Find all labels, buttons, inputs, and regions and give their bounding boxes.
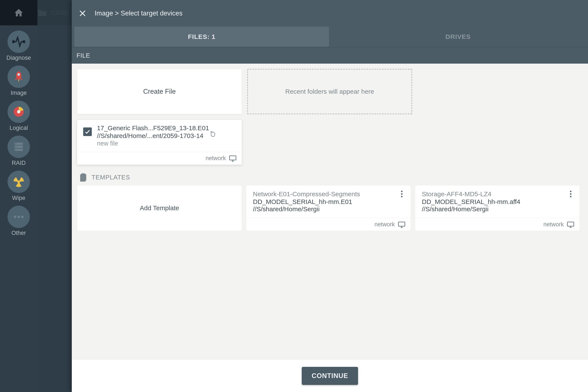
more-icon bbox=[13, 215, 24, 219]
file-name: 17_Generic Flash...F529E9_13-18.E01 bbox=[97, 124, 209, 132]
template-title: Storage-AFF4-MD5-LZ4 bbox=[422, 190, 573, 198]
activity-icon bbox=[12, 35, 25, 48]
template-menu-button[interactable] bbox=[397, 190, 406, 198]
continue-button[interactable]: CONTINUE bbox=[302, 367, 358, 385]
svg-point-3 bbox=[17, 110, 20, 113]
check-icon bbox=[84, 129, 90, 135]
sidebar-item-image[interactable]: Image bbox=[8, 66, 30, 96]
sidebar-label: Diagnose bbox=[6, 54, 31, 61]
sidebar-label: Logical bbox=[10, 125, 28, 131]
svg-rect-22 bbox=[398, 222, 405, 226]
tab-drives[interactable]: DRIVES bbox=[331, 27, 586, 47]
template-path: //S/shared/Home/Sergii bbox=[253, 206, 404, 213]
svg-rect-17 bbox=[230, 156, 236, 160]
sidebar-item-wipe[interactable]: Wipe bbox=[8, 171, 30, 201]
svg-point-7 bbox=[16, 143, 16, 144]
recent-folders-placeholder: Recent folders will appear here bbox=[247, 69, 412, 114]
template-filename: DD_MODEL_SERIAL_hh-mm.E01 bbox=[253, 198, 404, 206]
sidebar: Diagnose Image Logical RAID Wipe Other bbox=[0, 25, 38, 392]
template-footer: network bbox=[415, 218, 580, 231]
svg-point-12 bbox=[14, 216, 16, 218]
home-button[interactable] bbox=[0, 8, 38, 17]
sidebar-label: RAID bbox=[12, 160, 26, 166]
dialog-body: Create File Recent folders will appear h… bbox=[72, 64, 588, 359]
svg-point-2 bbox=[18, 73, 20, 76]
create-file-button[interactable]: Create File bbox=[77, 69, 242, 114]
close-button[interactable] bbox=[78, 8, 87, 18]
dialog-header: Image > Select target devices bbox=[72, 0, 588, 27]
file-location: network bbox=[206, 155, 226, 162]
template-location: network bbox=[543, 221, 564, 228]
template-location: network bbox=[374, 221, 395, 228]
monitor-icon bbox=[398, 221, 406, 228]
select-target-dialog: Image > Select target devices FILES: 1 D… bbox=[72, 0, 588, 392]
template-card[interactable]: Network-E01-Compressed-Segments DD_MODEL… bbox=[246, 185, 411, 231]
radioactive-icon bbox=[12, 176, 25, 188]
svg-point-1 bbox=[23, 41, 25, 43]
template-footer: network bbox=[246, 218, 411, 231]
rocket-icon bbox=[12, 70, 25, 84]
templates-icon bbox=[79, 172, 88, 182]
file-path: //S/shared/Home/...ent/2059-1703-14 bbox=[97, 132, 209, 140]
svg-point-11 bbox=[18, 180, 20, 183]
server-icon bbox=[13, 141, 24, 152]
close-icon bbox=[79, 10, 86, 17]
file-status: new file bbox=[97, 140, 209, 147]
dialog-footer: CONTINUE bbox=[72, 359, 588, 392]
svg-point-0 bbox=[12, 41, 14, 43]
svg-point-13 bbox=[18, 216, 20, 218]
sidebar-item-other[interactable]: Other bbox=[8, 206, 30, 236]
template-title: Network-E01-Compressed-Segments bbox=[253, 190, 404, 198]
svg-rect-25 bbox=[567, 222, 574, 226]
tab-files[interactable]: FILES: 1 bbox=[74, 27, 329, 47]
sidebar-label: Other bbox=[12, 230, 26, 236]
monitor-icon bbox=[567, 221, 574, 228]
sidebar-item-diagnose[interactable]: Diagnose bbox=[6, 30, 31, 61]
template-card[interactable]: Storage-AFF4-MD5-LZ4 DD_MODEL_SERIAL_hh-… bbox=[415, 185, 580, 231]
sidebar-label: Wipe bbox=[12, 195, 25, 201]
kebab-icon bbox=[401, 191, 402, 192]
selected-file-card[interactable]: 17_Generic Flash...F529E9_13-18.E01 //S/… bbox=[77, 120, 242, 165]
svg-point-8 bbox=[16, 146, 16, 147]
dialog-breadcrumb: Image > Select target devices bbox=[94, 10, 182, 17]
mouse-cursor-icon bbox=[209, 130, 216, 138]
templates-header: TEMPLATES bbox=[77, 172, 583, 182]
templates-label: TEMPLATES bbox=[92, 174, 130, 181]
monitor-icon bbox=[229, 155, 236, 162]
section-file: FILE bbox=[72, 47, 588, 64]
home-icon bbox=[14, 8, 24, 17]
pie-chart-icon bbox=[13, 106, 25, 118]
sidebar-item-logical[interactable]: Logical bbox=[8, 100, 30, 131]
file-card-footer: network bbox=[77, 152, 242, 164]
kebab-icon bbox=[570, 191, 572, 192]
template-filename: DD_MODEL_SERIAL_hh-mm.aff4 bbox=[422, 198, 573, 206]
svg-point-9 bbox=[16, 149, 16, 150]
template-path: //S/shared/Home/Sergii bbox=[422, 206, 573, 213]
dialog-tabs: FILES: 1 DRIVES bbox=[72, 27, 588, 47]
svg-rect-21 bbox=[80, 180, 86, 182]
file-checkbox[interactable] bbox=[83, 128, 92, 136]
sidebar-item-raid[interactable]: RAID bbox=[8, 136, 30, 166]
add-template-button[interactable]: Add Template bbox=[77, 185, 242, 231]
svg-point-14 bbox=[21, 216, 24, 218]
sidebar-label: Image bbox=[10, 90, 27, 96]
template-menu-button[interactable] bbox=[566, 190, 575, 198]
